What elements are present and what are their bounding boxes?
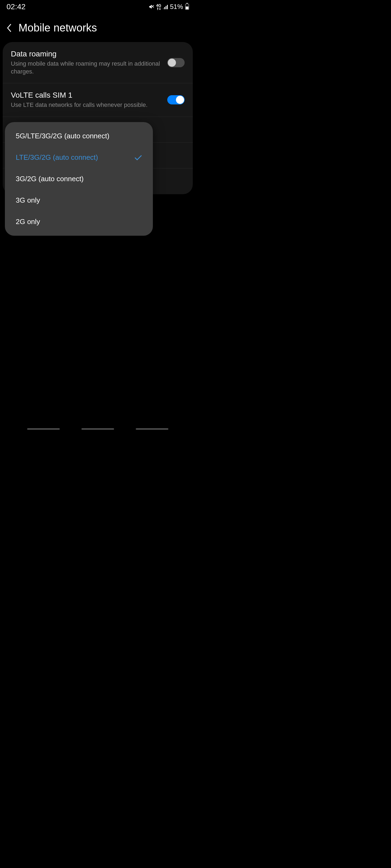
option-label: 3G only	[16, 196, 40, 205]
network-mode-popup: 5G/LTE/3G/2G (auto connect) LTE/3G/2G (a…	[5, 122, 153, 236]
setting-text: Data roaming Using mobile data while roa…	[11, 50, 167, 75]
toggle-knob	[176, 96, 184, 104]
network-type-label: 4G	[156, 3, 161, 10]
setting-description: Use LTE data networks for calls whenever…	[11, 101, 162, 109]
volte-toggle[interactable]	[167, 95, 185, 104]
option-label: 2G only	[16, 218, 40, 226]
nav-back[interactable]	[136, 428, 168, 430]
status-time: 02:42	[6, 2, 26, 11]
network-option-lte[interactable]: LTE/3G/2G (auto connect)	[5, 147, 153, 168]
signal-strength-icon	[163, 4, 168, 9]
check-icon	[134, 155, 142, 160]
back-icon[interactable]	[6, 23, 12, 33]
setting-description: Using mobile data while roaming may resu…	[11, 60, 162, 75]
page-header: Mobile networks	[0, 13, 196, 39]
toggle-knob	[168, 59, 176, 67]
page-title: Mobile networks	[19, 22, 97, 34]
network-option-3g[interactable]: 3G only	[5, 190, 153, 211]
nav-recents[interactable]	[27, 428, 60, 430]
status-icons: 4G 51%	[148, 3, 189, 10]
data-arrows-icon	[157, 7, 161, 10]
network-option-5g[interactable]: 5G/LTE/3G/2G (auto connect)	[5, 125, 153, 147]
setting-text: VoLTE calls SIM 1 Use LTE data networks …	[11, 91, 167, 109]
data-roaming-row[interactable]: Data roaming Using mobile data while roa…	[3, 42, 193, 83]
status-bar: 02:42 4G 51%	[0, 0, 196, 13]
nav-bar	[0, 428, 196, 430]
setting-title: VoLTE calls SIM 1	[11, 91, 162, 99]
battery-icon	[185, 4, 189, 10]
battery-percent: 51%	[170, 3, 183, 10]
nav-home[interactable]	[81, 428, 114, 430]
option-label: LTE/3G/2G (auto connect)	[16, 153, 98, 162]
data-roaming-toggle[interactable]	[167, 58, 185, 67]
network-option-3g2g[interactable]: 3G/2G (auto connect)	[5, 168, 153, 190]
network-option-2g[interactable]: 2G only	[5, 211, 153, 232]
setting-title: Data roaming	[11, 50, 162, 58]
mute-vibrate-icon	[148, 4, 155, 10]
option-label: 3G/2G (auto connect)	[16, 175, 84, 183]
option-label: 5G/LTE/3G/2G (auto connect)	[16, 132, 109, 140]
volte-row[interactable]: VoLTE calls SIM 1 Use LTE data networks …	[3, 83, 193, 117]
